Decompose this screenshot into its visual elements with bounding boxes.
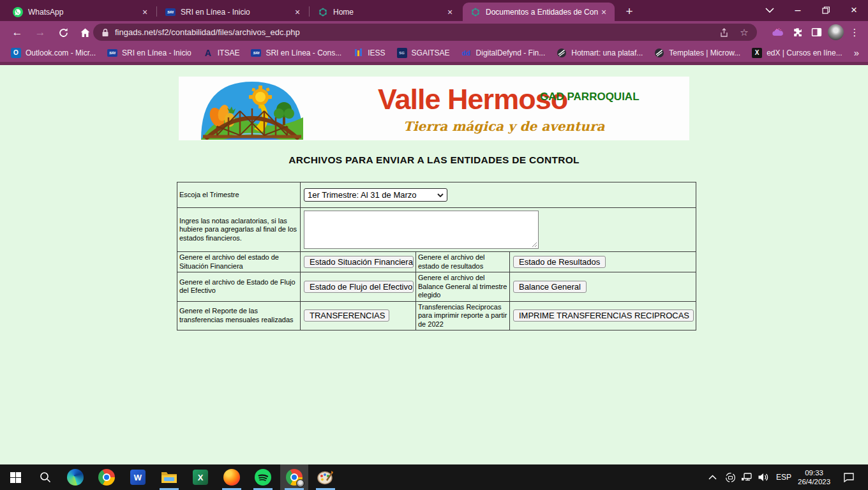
bookmark-outlook[interactable]: O Outlook.com - Micr... bbox=[5, 45, 101, 61]
valle-hermoso-banner: Valle Hermoso GAD PARROQUIAL Tierra mági… bbox=[179, 77, 689, 140]
tray-network-icon[interactable] bbox=[739, 464, 754, 490]
taskbar-firefox-icon[interactable] bbox=[218, 464, 246, 490]
extensions-puzzle-icon[interactable] bbox=[788, 23, 807, 42]
taskbar-chrome-icon[interactable] bbox=[93, 464, 121, 490]
trimestre-selected-value: 1er Trimestre: Al 31 de Marzo bbox=[308, 191, 437, 200]
tab-close-icon[interactable]: × bbox=[139, 6, 151, 18]
bookmark-hotmart[interactable]: Hotmart: una plataf... bbox=[551, 45, 648, 61]
documents-table: Escoja el Trimestre 1er Trimestre: Al 31… bbox=[177, 182, 696, 330]
imprime-transferencias-reciprocas-button[interactable]: IMPRIME TRANSFERENCIAS RECIPROCAS bbox=[513, 309, 694, 322]
row-label: Genere el archivo de Estado de Flujo del… bbox=[177, 272, 301, 302]
chevron-down-icon bbox=[437, 193, 444, 197]
transferencias-button[interactable]: TRANSFERENCIAS bbox=[304, 309, 389, 322]
bookmark-label: IESS bbox=[368, 48, 385, 57]
taskbar-edge-icon[interactable] bbox=[61, 464, 89, 490]
tab-label: SRI en Línea - Inicio bbox=[181, 8, 292, 17]
brand-tagline: Tierra mágica y de aventura bbox=[403, 119, 588, 134]
profile-avatar[interactable] bbox=[826, 23, 845, 42]
tab-close-icon[interactable]: × bbox=[292, 6, 303, 18]
tray-volume-icon[interactable] bbox=[756, 464, 771, 490]
bookmark-label: Hotmart: una plataf... bbox=[571, 48, 643, 57]
resize-grip-icon[interactable] bbox=[532, 242, 537, 248]
bookmark-sgaitsae[interactable]: SG SGAITSAE bbox=[391, 45, 456, 61]
tab-whatsapp[interactable]: WhatsApp × bbox=[5, 3, 156, 21]
clock[interactable]: 09:33 26/4/2023 bbox=[793, 464, 835, 490]
bookmarks-overflow-icon[interactable]: » bbox=[854, 43, 859, 62]
bookmark-star-icon[interactable]: ☆ bbox=[737, 25, 752, 40]
forward-icon[interactable]: → bbox=[32, 24, 49, 41]
sri-icon: SRI bbox=[107, 49, 117, 57]
taskbar-excel-icon[interactable]: X bbox=[186, 464, 214, 490]
estado-situacion-financiera-button[interactable]: Estado Situación Financiera bbox=[304, 256, 414, 268]
balance-general-button[interactable]: Balance General bbox=[513, 281, 587, 293]
extension-cloud-icon[interactable] bbox=[768, 23, 788, 42]
home-icon[interactable] bbox=[77, 24, 93, 41]
brand-org: GAD PARROQUIAL bbox=[540, 91, 640, 103]
taskbar-file-explorer-icon[interactable] bbox=[155, 464, 183, 490]
browser-window: WhatsApp × SRI SRI en Línea - Inicio × H… bbox=[0, 0, 868, 490]
bookmark-sri-consultas[interactable]: SRI SRI en Línea - Cons... bbox=[245, 45, 347, 61]
bookmark-itsae[interactable]: A ITSAE bbox=[197, 45, 246, 61]
address-bar[interactable]: fingads.net/sf2/contabilidad/files/archi… bbox=[93, 24, 757, 41]
tab-label: Documentos a Entidades de Cont bbox=[486, 8, 598, 17]
browser-menu-kebab-icon[interactable]: ⋮ bbox=[845, 23, 864, 42]
new-tab-button[interactable]: + bbox=[621, 3, 638, 20]
bookmark-iess[interactable]: IESS bbox=[347, 45, 391, 61]
bookmarks-bar: O Outlook.com - Micr... SRI SRI en Línea… bbox=[0, 43, 868, 62]
notas-textarea[interactable] bbox=[304, 211, 539, 249]
start-button[interactable] bbox=[1, 464, 29, 490]
tray-chevron-up-icon[interactable] bbox=[708, 464, 717, 490]
bookmark-label: Templates | Microw... bbox=[669, 48, 740, 57]
whatsapp-icon bbox=[13, 7, 23, 17]
tab-search-chevron-icon[interactable] bbox=[756, 0, 784, 20]
tray-cast-icon[interactable] bbox=[722, 464, 738, 490]
tab-close-icon[interactable]: × bbox=[598, 6, 610, 18]
tab-close-icon[interactable]: × bbox=[444, 6, 456, 18]
tab-separator bbox=[156, 6, 157, 17]
taskbar-search-icon[interactable] bbox=[31, 464, 59, 490]
restore-button[interactable] bbox=[812, 0, 840, 20]
tab-documentos-active[interactable]: Documentos a Entidades de Cont × bbox=[463, 3, 615, 21]
notification-center-icon[interactable] bbox=[841, 464, 857, 490]
share-icon[interactable] bbox=[716, 25, 731, 40]
bookmark-label: SGAITSAE bbox=[412, 48, 450, 57]
valle-hermoso-logo bbox=[198, 78, 306, 140]
taskbar-paint-icon[interactable] bbox=[311, 464, 340, 490]
bookmark-label: ITSAE bbox=[218, 48, 240, 57]
refresh-icon[interactable] bbox=[55, 24, 71, 41]
iess-icon bbox=[353, 48, 363, 58]
profile-badge bbox=[296, 479, 304, 487]
estado-flujo-efectivo-button[interactable]: Estado de Flujo del Efectivo bbox=[304, 281, 414, 293]
close-window-button[interactable]: × bbox=[840, 0, 868, 20]
url-text[interactable]: fingads.net/sf2/contabilidad/files/archi… bbox=[115, 27, 716, 37]
row-label: Genere el archivo del estado de Situació… bbox=[177, 252, 301, 272]
browser-toolbar: ← → fingads.net/sf2/contabilidad/files/a… bbox=[0, 21, 868, 43]
taskbar-spotify-icon[interactable] bbox=[249, 464, 277, 490]
side-panel-icon[interactable] bbox=[807, 23, 826, 42]
globe-icon bbox=[557, 48, 567, 58]
row-label: Genere el Reporte de las transferencias … bbox=[177, 301, 301, 330]
bookmark-label: edX | Cursos en líne... bbox=[767, 48, 842, 57]
tab-label: Home bbox=[333, 8, 444, 17]
taskbar-word-icon[interactable]: W bbox=[124, 464, 152, 490]
bookmark-digitaldefynd[interactable]: dd DigitalDefynd - Fin... bbox=[456, 45, 551, 61]
tab-separator bbox=[309, 6, 310, 17]
estado-de-resultados-button[interactable]: Estado de Resultados bbox=[513, 256, 606, 268]
minimize-button[interactable]: – bbox=[784, 0, 812, 20]
tab-home[interactable]: Home × bbox=[310, 3, 461, 21]
row-label: Genere el archivo del estado de resultad… bbox=[416, 252, 510, 272]
globe-icon bbox=[654, 48, 664, 58]
bookmark-edx[interactable]: X edX | Cursos en líne... bbox=[746, 45, 848, 61]
sri-icon: SRI bbox=[165, 8, 176, 16]
notas-label: Ingres las notas aclaratorias, si las hu… bbox=[177, 208, 301, 252]
bookmark-sri-inicio[interactable]: SRI SRI en Línea - Inicio bbox=[101, 45, 197, 61]
tab-sri-inicio[interactable]: SRI SRI en Línea - Inicio × bbox=[158, 3, 308, 21]
fingads-wreath-icon bbox=[318, 7, 328, 17]
back-icon[interactable]: ← bbox=[9, 24, 26, 41]
bookmark-templates[interactable]: Templates | Microw... bbox=[648, 45, 746, 61]
taskbar-chrome-profile-icon-active[interactable] bbox=[280, 464, 308, 490]
sri-icon: SRI bbox=[251, 49, 261, 57]
trimestre-select[interactable]: 1er Trimestre: Al 31 de Marzo bbox=[304, 188, 447, 202]
table-row: Escoja el Trimestre 1er Trimestre: Al 31… bbox=[177, 182, 696, 208]
language-indicator[interactable]: ESP bbox=[772, 464, 795, 490]
